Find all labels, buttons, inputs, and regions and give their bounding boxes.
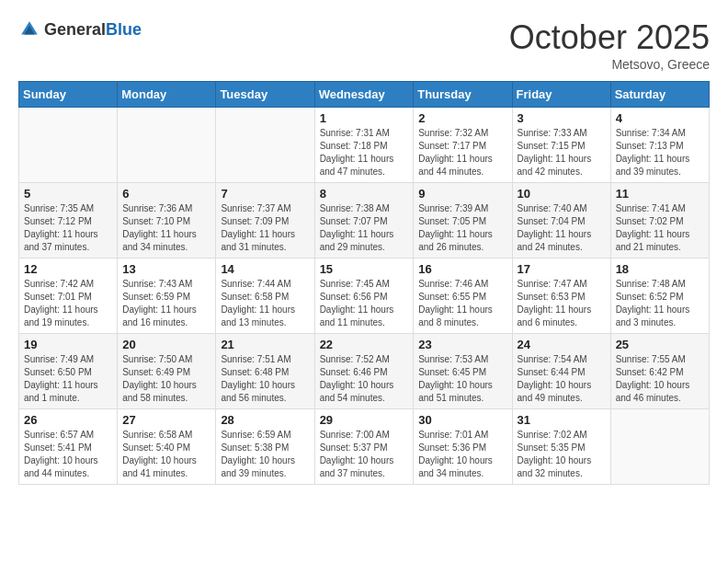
day-number: 17 xyxy=(518,262,606,276)
logo-text-blue: Blue xyxy=(106,20,142,39)
day-number: 2 xyxy=(418,111,506,125)
calendar-header-row: SundayMondayTuesdayWednesdayThursdayFrid… xyxy=(19,82,710,108)
calendar-day-cell: 16Sunrise: 7:46 AMSunset: 6:55 PMDayligh… xyxy=(414,259,512,334)
day-number: 9 xyxy=(418,187,506,201)
day-number: 21 xyxy=(221,338,309,351)
title-block: October 2025 Metsovo, Greece xyxy=(509,18,710,72)
day-number: 6 xyxy=(122,187,210,201)
calendar-day-cell: 27Sunrise: 6:58 AMSunset: 5:40 PMDayligh… xyxy=(118,409,216,485)
calendar-day-cell: 23Sunrise: 7:53 AMSunset: 6:45 PMDayligh… xyxy=(414,334,512,409)
day-info: Sunrise: 7:44 AMSunset: 6:58 PMDaylight:… xyxy=(221,278,309,329)
day-info: Sunrise: 7:46 AMSunset: 6:55 PMDaylight:… xyxy=(418,278,506,329)
day-header-saturday: Saturday xyxy=(610,82,709,108)
day-info: Sunrise: 7:48 AMSunset: 6:52 PMDaylight:… xyxy=(616,278,704,329)
day-info: Sunrise: 7:36 AMSunset: 7:10 PMDaylight:… xyxy=(122,202,210,254)
calendar-day-cell: 30Sunrise: 7:01 AMSunset: 5:36 PMDayligh… xyxy=(414,409,512,485)
calendar-day-cell: 21Sunrise: 7:51 AMSunset: 6:48 PMDayligh… xyxy=(216,334,314,409)
day-number: 31 xyxy=(518,413,606,427)
location: Metsovo, Greece xyxy=(509,57,710,72)
calendar-day-cell: 7Sunrise: 7:37 AMSunset: 7:09 PMDaylight… xyxy=(216,183,314,259)
page-header: GeneralBlue October 2025 Metsovo, Greece xyxy=(18,18,710,72)
calendar-day-cell: 5Sunrise: 7:35 AMSunset: 7:12 PMDaylight… xyxy=(19,183,118,259)
calendar-day-cell: 15Sunrise: 7:45 AMSunset: 6:56 PMDayligh… xyxy=(314,259,414,334)
calendar-day-cell: 12Sunrise: 7:42 AMSunset: 7:01 PMDayligh… xyxy=(19,259,118,334)
month-title: October 2025 xyxy=(509,18,710,57)
calendar-day-cell xyxy=(216,108,314,183)
day-number: 4 xyxy=(616,111,704,125)
day-info: Sunrise: 7:47 AMSunset: 6:53 PMDaylight:… xyxy=(518,278,606,329)
day-number: 14 xyxy=(221,262,309,276)
calendar-day-cell: 17Sunrise: 7:47 AMSunset: 6:53 PMDayligh… xyxy=(512,259,610,334)
calendar-day-cell: 8Sunrise: 7:38 AMSunset: 7:07 PMDaylight… xyxy=(314,183,414,259)
day-info: Sunrise: 7:01 AMSunset: 5:36 PMDaylight:… xyxy=(418,429,506,480)
logo-text-general: General xyxy=(44,20,106,39)
day-number: 30 xyxy=(418,413,506,427)
day-info: Sunrise: 7:33 AMSunset: 7:15 PMDaylight:… xyxy=(518,127,606,178)
day-info: Sunrise: 7:00 AMSunset: 5:37 PMDaylight:… xyxy=(320,429,409,480)
calendar-day-cell: 11Sunrise: 7:41 AMSunset: 7:02 PMDayligh… xyxy=(610,183,709,259)
day-header-monday: Monday xyxy=(118,82,216,108)
day-number: 26 xyxy=(24,413,112,427)
day-number: 24 xyxy=(518,338,606,351)
day-info: Sunrise: 7:38 AMSunset: 7:07 PMDaylight:… xyxy=(320,202,409,254)
day-header-wednesday: Wednesday xyxy=(314,82,414,108)
calendar-table: SundayMondayTuesdayWednesdayThursdayFrid… xyxy=(18,81,710,485)
day-info: Sunrise: 7:35 AMSunset: 7:12 PMDaylight:… xyxy=(24,202,112,254)
day-info: Sunrise: 7:50 AMSunset: 6:49 PMDaylight:… xyxy=(122,353,210,405)
calendar-day-cell: 9Sunrise: 7:39 AMSunset: 7:05 PMDaylight… xyxy=(414,183,512,259)
calendar-day-cell: 2Sunrise: 7:32 AMSunset: 7:17 PMDaylight… xyxy=(414,108,512,183)
calendar-day-cell: 31Sunrise: 7:02 AMSunset: 5:35 PMDayligh… xyxy=(512,409,610,485)
day-info: Sunrise: 7:52 AMSunset: 6:46 PMDaylight:… xyxy=(320,353,409,405)
day-info: Sunrise: 7:31 AMSunset: 7:18 PMDaylight:… xyxy=(320,127,409,178)
calendar-week-row: 19Sunrise: 7:49 AMSunset: 6:50 PMDayligh… xyxy=(19,334,710,409)
day-info: Sunrise: 7:41 AMSunset: 7:02 PMDaylight:… xyxy=(616,202,704,254)
day-info: Sunrise: 6:59 AMSunset: 5:38 PMDaylight:… xyxy=(221,429,309,480)
day-number: 10 xyxy=(518,187,606,201)
calendar-day-cell xyxy=(118,108,216,183)
day-info: Sunrise: 7:43 AMSunset: 6:59 PMDaylight:… xyxy=(122,278,210,329)
day-info: Sunrise: 7:37 AMSunset: 7:09 PMDaylight:… xyxy=(221,202,309,254)
logo-icon xyxy=(18,18,40,40)
day-info: Sunrise: 7:40 AMSunset: 7:04 PMDaylight:… xyxy=(518,202,606,254)
day-number: 15 xyxy=(320,262,409,276)
day-number: 5 xyxy=(24,187,112,201)
day-info: Sunrise: 7:42 AMSunset: 7:01 PMDaylight:… xyxy=(24,278,112,329)
day-info: Sunrise: 6:57 AMSunset: 5:41 PMDaylight:… xyxy=(24,429,112,480)
day-info: Sunrise: 7:55 AMSunset: 6:42 PMDaylight:… xyxy=(616,353,704,405)
calendar-day-cell: 26Sunrise: 6:57 AMSunset: 5:41 PMDayligh… xyxy=(19,409,118,485)
calendar-week-row: 1Sunrise: 7:31 AMSunset: 7:18 PMDaylight… xyxy=(19,108,710,183)
day-info: Sunrise: 7:02 AMSunset: 5:35 PMDaylight:… xyxy=(518,429,606,480)
day-number: 19 xyxy=(24,338,112,351)
day-info: Sunrise: 7:32 AMSunset: 7:17 PMDaylight:… xyxy=(418,127,506,178)
day-info: Sunrise: 6:58 AMSunset: 5:40 PMDaylight:… xyxy=(122,429,210,480)
day-number: 22 xyxy=(320,338,409,351)
day-number: 7 xyxy=(221,187,309,201)
calendar-week-row: 5Sunrise: 7:35 AMSunset: 7:12 PMDaylight… xyxy=(19,183,710,259)
calendar-day-cell xyxy=(610,409,709,485)
day-number: 27 xyxy=(122,413,210,427)
calendar-day-cell: 25Sunrise: 7:55 AMSunset: 6:42 PMDayligh… xyxy=(610,334,709,409)
day-info: Sunrise: 7:39 AMSunset: 7:05 PMDaylight:… xyxy=(418,202,506,254)
calendar-week-row: 26Sunrise: 6:57 AMSunset: 5:41 PMDayligh… xyxy=(19,409,710,485)
calendar-day-cell: 22Sunrise: 7:52 AMSunset: 6:46 PMDayligh… xyxy=(314,334,414,409)
calendar-day-cell: 10Sunrise: 7:40 AMSunset: 7:04 PMDayligh… xyxy=(512,183,610,259)
day-number: 12 xyxy=(24,262,112,276)
day-header-tuesday: Tuesday xyxy=(216,82,314,108)
day-number: 13 xyxy=(122,262,210,276)
calendar-day-cell: 1Sunrise: 7:31 AMSunset: 7:18 PMDaylight… xyxy=(314,108,414,183)
calendar-day-cell xyxy=(19,108,118,183)
day-number: 3 xyxy=(518,111,606,125)
day-number: 11 xyxy=(616,187,704,201)
calendar-day-cell: 3Sunrise: 7:33 AMSunset: 7:15 PMDaylight… xyxy=(512,108,610,183)
calendar-day-cell: 19Sunrise: 7:49 AMSunset: 6:50 PMDayligh… xyxy=(19,334,118,409)
day-header-sunday: Sunday xyxy=(19,82,118,108)
day-number: 8 xyxy=(320,187,409,201)
calendar-day-cell: 4Sunrise: 7:34 AMSunset: 7:13 PMDaylight… xyxy=(610,108,709,183)
day-number: 20 xyxy=(122,338,210,351)
calendar-day-cell: 18Sunrise: 7:48 AMSunset: 6:52 PMDayligh… xyxy=(610,259,709,334)
day-info: Sunrise: 7:53 AMSunset: 6:45 PMDaylight:… xyxy=(418,353,506,405)
calendar-day-cell: 13Sunrise: 7:43 AMSunset: 6:59 PMDayligh… xyxy=(118,259,216,334)
day-header-friday: Friday xyxy=(512,82,610,108)
calendar-day-cell: 14Sunrise: 7:44 AMSunset: 6:58 PMDayligh… xyxy=(216,259,314,334)
logo: GeneralBlue xyxy=(18,18,142,40)
